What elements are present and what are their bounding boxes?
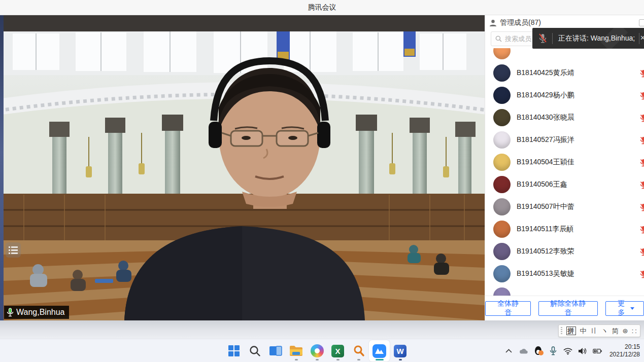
member-name-label: B18140527冯振洋 [517,135,574,144]
member-avatar [493,221,511,238]
member-row[interactable]: B18140430张晓晨 [485,106,644,129]
tray-date: 2021/12/28 [609,351,640,358]
ime-item[interactable]: 〢 [591,328,597,334]
excel-button[interactable]: X [327,340,348,361]
running-indicator [399,359,402,360]
search-icon [249,345,261,357]
video-layout-button[interactable] [6,242,21,258]
member-mic-muted-icon[interactable] [640,248,644,256]
member-mic-muted-icon[interactable] [640,92,644,100]
member-mic-muted-icon[interactable] [640,69,644,78]
taskbar-search-button[interactable] [244,340,265,361]
ime-drag-handle[interactable] [561,327,562,335]
member-avatar [493,198,511,215]
pinwheel-browser-icon [311,344,324,357]
ime-item[interactable]: ヽ [601,328,608,334]
member-name-label: B19140513吴敏婕 [517,269,574,278]
member-row[interactable]: B18140429杨小鹏 [485,84,644,106]
ime-item[interactable]: ⊛ [623,328,628,334]
mute-all-label: 全体静音 [495,299,521,317]
volume-icon[interactable] [578,346,587,355]
window-title: 腾讯会议 [308,3,336,12]
taskbar: X W [0,339,644,362]
file-explorer-button[interactable] [286,340,307,361]
panel-footer: 全体静音 解除全体静音 更多 [485,296,644,320]
member-name-label: B19140507叶中蕾 [517,202,574,211]
member-mic-muted-icon[interactable] [640,203,644,211]
member-mic-muted-icon[interactable] [640,114,644,122]
window-titlebar[interactable]: 腾讯会议 [0,0,644,15]
member-row[interactable]: B19140511李辰頔 [485,218,644,240]
tencent-meeting-icon [372,344,386,358]
start-button[interactable] [223,340,244,361]
ime-item[interactable]: 简 [612,328,619,334]
excel-icon: X [331,345,344,357]
system-tray: 20:15 2021/12/28 [504,339,640,362]
member-name-label: B18140425黄乐靖 [517,68,574,78]
orange-search-app-button[interactable] [348,340,369,361]
qq-icon[interactable] [534,346,543,355]
ime-item[interactable]: 拼 [566,327,576,335]
taskbar-clock[interactable]: 20:15 2021/12/28 [609,343,640,358]
member-mic-muted-icon[interactable] [640,159,644,167]
member-avatar [493,176,511,193]
member-avatar [493,109,511,126]
member-row[interactable]: B19140506王鑫 [485,173,644,196]
ime-item[interactable]: 中 [580,328,587,334]
desktop-wallpaper-edge [0,15,4,320]
member-avatar [493,131,511,149]
toast-divider [552,33,553,44]
unmute-all-button[interactable]: 解除全体静音 [538,301,597,316]
tray-microphone-icon[interactable] [549,346,558,355]
tencent-meeting-button[interactable] [369,340,390,361]
toast-close-icon[interactable]: ✕ [640,34,644,42]
member-mic-muted-icon[interactable] [640,136,644,144]
more-button[interactable]: 更多 [605,301,644,316]
active-indicator [376,359,384,360]
member-avatar [493,265,511,282]
desktop-screen: 腾讯会议 [0,0,644,362]
member-list[interactable]: B18140425黄乐靖 B18140429杨小鹏 [485,48,644,296]
member-mic-muted-icon[interactable] [640,181,644,189]
member-mic-muted-icon[interactable] [640,226,644,234]
member-row[interactable] [485,48,644,62]
desktop-wallpaper [0,320,644,339]
popout-icon[interactable] [639,19,644,26]
mic-active-icon [7,308,14,317]
toast-divider [639,33,639,44]
word-button[interactable]: W [390,340,411,361]
member-row[interactable] [485,285,644,296]
member-row[interactable]: B18140527冯振洋 [485,129,644,151]
video-letterbox-top [4,15,485,31]
mic-muted-icon [538,33,547,44]
windows-start-icon [228,345,240,357]
member-row[interactable]: B19140507叶中蕾 [485,196,644,218]
member-row[interactable]: B19140504王穎佳 [485,151,644,173]
member-avatar [493,154,511,171]
qq-badge-dot [538,350,544,355]
ime-toolbar[interactable]: 拼中〢ヽ简⊛⸬ [558,324,641,337]
taskbar-center-icons: X W [223,339,411,362]
member-mic-muted-icon[interactable] [640,270,644,278]
tray-time: 20:15 [609,343,640,351]
ime-item[interactable]: ⸬ [632,328,636,334]
task-view-button[interactable] [265,340,286,361]
member-name-label: B18140429杨小鹏 [517,91,574,100]
unmute-all-label: 解除全体静音 [548,299,588,317]
video-stage: Wang,Binhua [0,15,485,320]
running-indicator [357,359,360,360]
member-avatar [493,48,511,59]
mute-all-button[interactable]: 全体静音 [485,301,531,316]
pinwheel-browser-button[interactable] [307,340,327,361]
battery-charging-icon[interactable] [593,346,602,355]
member-row[interactable]: B18140425黄乐靖 [485,62,644,84]
onedrive-cloud-icon[interactable] [519,346,528,355]
member-row[interactable]: B19140513吴敏婕 [485,263,644,285]
speaking-toast: 正在讲话: Wang,Binhua; ✕ [532,28,644,49]
member-avatar [493,243,511,260]
tray-chevron-up-icon[interactable] [504,346,514,355]
wifi-icon[interactable] [563,346,572,355]
member-row[interactable]: B19140512李致荣 [485,240,644,263]
more-label: 更多 [615,299,628,317]
member-avatar [493,287,511,296]
